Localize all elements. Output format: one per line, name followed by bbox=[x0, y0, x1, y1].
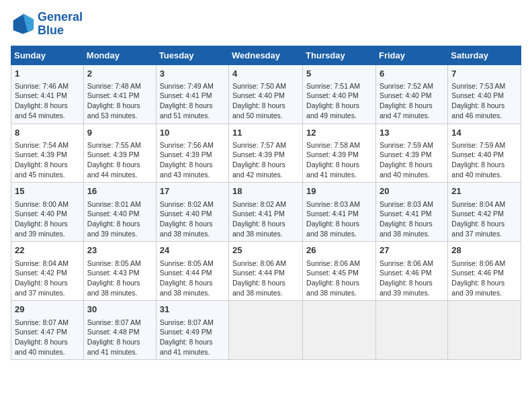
day-info: Sunrise: 7:59 AM Sunset: 4:40 PM Dayligh… bbox=[451, 140, 517, 180]
calendar-cell: 21Sunrise: 8:04 AM Sunset: 4:42 PM Dayli… bbox=[448, 183, 521, 242]
calendar-cell: 22Sunrise: 8:04 AM Sunset: 4:42 PM Dayli… bbox=[11, 242, 84, 301]
calendar-cell: 10Sunrise: 7:56 AM Sunset: 4:39 PM Dayli… bbox=[156, 124, 228, 183]
calendar-cell: 18Sunrise: 8:02 AM Sunset: 4:41 PM Dayli… bbox=[229, 183, 303, 242]
calendar-cell: 29Sunrise: 8:07 AM Sunset: 4:47 PM Dayli… bbox=[11, 301, 84, 360]
day-number: 24 bbox=[160, 244, 225, 257]
calendar-cell bbox=[303, 301, 376, 360]
day-number: 7 bbox=[451, 68, 517, 80]
calendar-cell: 5Sunrise: 7:51 AM Sunset: 4:40 PM Daylig… bbox=[303, 64, 376, 124]
day-number: 9 bbox=[87, 127, 152, 139]
weekday-header-monday: Monday bbox=[83, 46, 156, 64]
day-number: 15 bbox=[15, 185, 80, 197]
day-number: 2 bbox=[87, 68, 152, 80]
calendar-cell: 9Sunrise: 7:55 AM Sunset: 4:39 PM Daylig… bbox=[83, 124, 156, 183]
logo: General Blue bbox=[11, 11, 83, 38]
calendar-cell: 23Sunrise: 8:05 AM Sunset: 4:43 PM Dayli… bbox=[83, 242, 156, 301]
calendar-cell: 25Sunrise: 8:06 AM Sunset: 4:44 PM Dayli… bbox=[229, 242, 303, 301]
day-number: 19 bbox=[306, 185, 372, 197]
day-info: Sunrise: 8:02 AM Sunset: 4:40 PM Dayligh… bbox=[160, 199, 225, 239]
calendar-cell: 19Sunrise: 8:03 AM Sunset: 4:41 PM Dayli… bbox=[303, 183, 376, 242]
day-info: Sunrise: 8:06 AM Sunset: 4:46 PM Dayligh… bbox=[451, 259, 517, 298]
day-info: Sunrise: 8:06 AM Sunset: 4:45 PM Dayligh… bbox=[306, 259, 372, 298]
day-info: Sunrise: 7:48 AM Sunset: 4:41 PM Dayligh… bbox=[87, 81, 152, 121]
calendar-cell: 8Sunrise: 7:54 AM Sunset: 4:39 PM Daylig… bbox=[11, 124, 84, 183]
calendar-cell: 2Sunrise: 7:48 AM Sunset: 4:41 PM Daylig… bbox=[83, 64, 156, 124]
day-number: 10 bbox=[160, 127, 225, 139]
day-number: 31 bbox=[160, 304, 225, 316]
day-info: Sunrise: 7:49 AM Sunset: 4:41 PM Dayligh… bbox=[160, 81, 225, 121]
calendar-cell: 3Sunrise: 7:49 AM Sunset: 4:41 PM Daylig… bbox=[156, 64, 228, 124]
calendar-cell bbox=[229, 301, 303, 360]
calendar-cell: 15Sunrise: 8:00 AM Sunset: 4:40 PM Dayli… bbox=[11, 183, 84, 242]
weekday-header-tuesday: Tuesday bbox=[156, 46, 228, 64]
weekday-header-sunday: Sunday bbox=[11, 46, 84, 64]
calendar-cell: 24Sunrise: 8:05 AM Sunset: 4:44 PM Dayli… bbox=[156, 242, 228, 301]
calendar-cell: 1Sunrise: 7:46 AM Sunset: 4:41 PM Daylig… bbox=[11, 64, 84, 124]
calendar-cell: 26Sunrise: 8:06 AM Sunset: 4:45 PM Dayli… bbox=[303, 242, 376, 301]
day-info: Sunrise: 7:56 AM Sunset: 4:39 PM Dayligh… bbox=[160, 140, 225, 180]
day-info: Sunrise: 8:06 AM Sunset: 4:44 PM Dayligh… bbox=[232, 259, 299, 298]
day-info: Sunrise: 8:07 AM Sunset: 4:49 PM Dayligh… bbox=[160, 318, 225, 357]
day-info: Sunrise: 8:03 AM Sunset: 4:41 PM Dayligh… bbox=[306, 199, 372, 239]
day-number: 21 bbox=[451, 185, 517, 197]
day-number: 22 bbox=[15, 244, 80, 257]
weekday-header-wednesday: Wednesday bbox=[229, 46, 303, 64]
day-number: 11 bbox=[232, 127, 299, 139]
calendar-cell: 30Sunrise: 8:07 AM Sunset: 4:48 PM Dayli… bbox=[83, 301, 156, 360]
day-number: 1 bbox=[15, 68, 80, 80]
day-number: 13 bbox=[380, 127, 444, 139]
calendar-cell bbox=[448, 301, 521, 360]
day-number: 18 bbox=[232, 185, 299, 197]
day-number: 4 bbox=[232, 68, 299, 80]
day-number: 26 bbox=[306, 244, 372, 257]
day-info: Sunrise: 8:04 AM Sunset: 4:42 PM Dayligh… bbox=[451, 199, 517, 239]
day-info: Sunrise: 7:54 AM Sunset: 4:39 PM Dayligh… bbox=[15, 140, 80, 180]
day-number: 30 bbox=[87, 304, 152, 316]
page-header: General Blue bbox=[11, 11, 521, 38]
weekday-header-friday: Friday bbox=[375, 46, 447, 64]
day-info: Sunrise: 7:58 AM Sunset: 4:39 PM Dayligh… bbox=[306, 140, 372, 180]
logo-text: General Blue bbox=[38, 11, 83, 38]
day-number: 12 bbox=[306, 127, 372, 139]
day-number: 29 bbox=[15, 304, 80, 316]
day-info: Sunrise: 8:02 AM Sunset: 4:41 PM Dayligh… bbox=[232, 199, 299, 239]
logo-icon bbox=[11, 12, 35, 36]
weekday-header-saturday: Saturday bbox=[448, 46, 521, 64]
calendar-cell: 14Sunrise: 7:59 AM Sunset: 4:40 PM Dayli… bbox=[448, 124, 521, 183]
calendar-cell: 28Sunrise: 8:06 AM Sunset: 4:46 PM Dayli… bbox=[448, 242, 521, 301]
day-number: 5 bbox=[306, 68, 372, 80]
day-info: Sunrise: 7:57 AM Sunset: 4:39 PM Dayligh… bbox=[232, 140, 299, 180]
day-number: 20 bbox=[380, 185, 444, 197]
day-number: 27 bbox=[380, 244, 444, 257]
day-info: Sunrise: 8:05 AM Sunset: 4:43 PM Dayligh… bbox=[87, 259, 152, 298]
day-info: Sunrise: 7:55 AM Sunset: 4:39 PM Dayligh… bbox=[87, 140, 152, 180]
calendar-cell: 31Sunrise: 8:07 AM Sunset: 4:49 PM Dayli… bbox=[156, 301, 228, 360]
day-info: Sunrise: 8:07 AM Sunset: 4:48 PM Dayligh… bbox=[87, 318, 152, 357]
day-info: Sunrise: 7:52 AM Sunset: 4:40 PM Dayligh… bbox=[380, 81, 444, 121]
day-info: Sunrise: 8:01 AM Sunset: 4:40 PM Dayligh… bbox=[87, 199, 152, 239]
day-number: 17 bbox=[160, 185, 225, 197]
day-info: Sunrise: 7:50 AM Sunset: 4:40 PM Dayligh… bbox=[232, 81, 299, 121]
calendar-cell: 4Sunrise: 7:50 AM Sunset: 4:40 PM Daylig… bbox=[229, 64, 303, 124]
calendar-cell: 20Sunrise: 8:03 AM Sunset: 4:41 PM Dayli… bbox=[375, 183, 447, 242]
day-number: 16 bbox=[87, 185, 152, 197]
day-number: 6 bbox=[380, 68, 444, 80]
calendar-cell: 13Sunrise: 7:59 AM Sunset: 4:39 PM Dayli… bbox=[375, 124, 447, 183]
calendar-table: SundayMondayTuesdayWednesdayThursdayFrid… bbox=[11, 46, 521, 361]
day-number: 23 bbox=[87, 244, 152, 257]
calendar-cell: 27Sunrise: 8:06 AM Sunset: 4:46 PM Dayli… bbox=[375, 242, 447, 301]
day-info: Sunrise: 7:51 AM Sunset: 4:40 PM Dayligh… bbox=[306, 81, 372, 121]
calendar-cell: 17Sunrise: 8:02 AM Sunset: 4:40 PM Dayli… bbox=[156, 183, 228, 242]
day-info: Sunrise: 7:53 AM Sunset: 4:40 PM Dayligh… bbox=[451, 81, 517, 121]
day-info: Sunrise: 8:00 AM Sunset: 4:40 PM Dayligh… bbox=[15, 199, 80, 239]
day-number: 25 bbox=[232, 244, 299, 257]
day-info: Sunrise: 8:05 AM Sunset: 4:44 PM Dayligh… bbox=[160, 259, 225, 298]
calendar-cell: 16Sunrise: 8:01 AM Sunset: 4:40 PM Dayli… bbox=[83, 183, 156, 242]
calendar-cell: 7Sunrise: 7:53 AM Sunset: 4:40 PM Daylig… bbox=[448, 64, 521, 124]
calendar-cell: 11Sunrise: 7:57 AM Sunset: 4:39 PM Dayli… bbox=[229, 124, 303, 183]
day-number: 28 bbox=[451, 244, 517, 257]
day-info: Sunrise: 8:03 AM Sunset: 4:41 PM Dayligh… bbox=[380, 199, 444, 239]
day-number: 8 bbox=[15, 127, 80, 139]
day-info: Sunrise: 8:07 AM Sunset: 4:47 PM Dayligh… bbox=[15, 318, 80, 357]
day-info: Sunrise: 8:04 AM Sunset: 4:42 PM Dayligh… bbox=[15, 259, 80, 298]
